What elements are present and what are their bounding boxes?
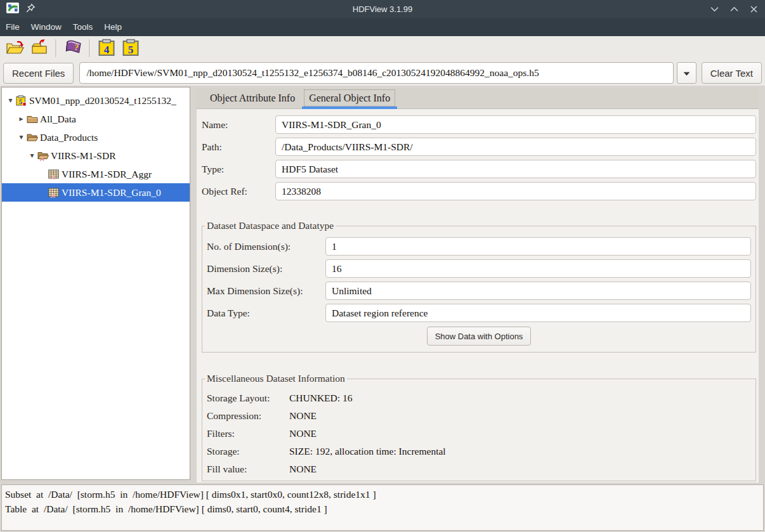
folder-attr-icon: A xyxy=(37,150,49,162)
path-field[interactable]: /Data_Products/VIIRS-M1-SDR/ xyxy=(275,138,756,156)
object-info-fields: Name:VIIRS-M1-SDR_Gran_0Path:/Data_Produ… xyxy=(202,115,756,200)
dimension-sizes-field[interactable]: 16 xyxy=(325,259,751,278)
misc-value: SIZE: 192, allocation time: Incremental xyxy=(289,446,446,457)
hdf4-library-button[interactable]: 4 xyxy=(96,37,117,59)
status-log: Subset at /Data/ [storm.h5 in /home/HDFV… xyxy=(1,484,764,531)
tab-bar: Object Attribute InfoGeneral Object Info xyxy=(197,88,759,109)
show-data-with-options-button[interactable]: Show Data with Options xyxy=(427,327,532,346)
hdfview-window: { "window": { "title": "HDFView 3.1.99",… xyxy=(0,0,765,532)
data-type-field-label: Data Type: xyxy=(207,308,325,319)
file-tree: ▾5SVM01_npp_d20130524_t1255132_▸All_Data… xyxy=(1,87,190,480)
svg-text:5: 5 xyxy=(19,97,23,105)
hdf5-library-button[interactable]: 5 xyxy=(120,37,141,59)
misc-label: Compression: xyxy=(207,410,289,422)
recent-files-button[interactable]: Recent Files xyxy=(3,63,74,84)
window-title: HDFView 3.1.99 xyxy=(0,4,765,14)
close-file-button[interactable] xyxy=(29,37,50,59)
expander-open-icon[interactable]: ▾ xyxy=(27,146,37,165)
svg-text:5: 5 xyxy=(128,43,134,55)
misc-rows: Storage Layout:CHUNKED: 16Compression:NO… xyxy=(207,389,751,478)
misc-label: Storage: xyxy=(207,446,289,457)
toolbar-separator xyxy=(89,39,91,57)
tree-item-label: VIIRS-M1-SDR_Gran_0 xyxy=(61,187,161,198)
recent-files-dropdown-button[interactable] xyxy=(677,62,696,84)
dataspace-legend: Dataset Dataspace and Datatype xyxy=(205,220,336,231)
path-field-row: Path:/Data_Products/VIIRS-M1-SDR/ xyxy=(202,138,756,156)
tree-item-all_data[interactable]: ▸All_Data xyxy=(2,110,190,128)
tree-item-viirs-m1-sdr[interactable]: ▾AVIIRS-M1-SDR xyxy=(2,146,190,165)
num-dimensions-field[interactable]: 1 xyxy=(325,237,751,256)
max-dimension-sizes-field[interactable]: Unlimited xyxy=(325,282,751,300)
misc-value: NONE xyxy=(289,428,317,439)
window-controls xyxy=(709,4,759,14)
dropdown-arrow-icon xyxy=(683,68,690,78)
tree-item-label: SVM01_npp_d20130524_t1255132_ xyxy=(29,95,176,107)
dimension-sizes-field-row: Dimension Size(s):16 xyxy=(207,259,751,278)
object-ref-field[interactable]: 12338208 xyxy=(275,182,756,200)
misc-row-storage: Storage:SIZE: 192, allocation time: Incr… xyxy=(207,443,751,460)
data-type-field-row: Data Type:Dataset region reference xyxy=(207,304,751,322)
hdf4-library-icon: 4 xyxy=(98,39,115,58)
menu-help[interactable]: Help xyxy=(98,19,128,35)
status-log-line: Subset at /Data/ [storm.h5 in /home/HDFV… xyxy=(5,487,760,502)
object-info-panel: Object Attribute InfoGeneral Object Info… xyxy=(197,88,759,483)
type-field-row: Type:HDF5 Dataset xyxy=(202,160,756,178)
hdf5-library-icon: 5 xyxy=(122,39,140,58)
folder-closed-icon xyxy=(26,114,38,125)
hdf5-file-icon: 5 xyxy=(15,95,27,107)
file-path-input[interactable]: /home/HDFView/SVM01_npp_d20130524_t12551… xyxy=(79,62,673,84)
pin-icon[interactable] xyxy=(26,3,36,15)
num-dimensions-field-row: No. of Dimension(s):1 xyxy=(207,237,751,256)
dataspace-datatype-group: Dataset Dataspace and Datatype No. of Di… xyxy=(202,220,756,353)
tab-object-attribute-info[interactable]: Object Attribute Info xyxy=(203,88,302,108)
open-file-icon xyxy=(6,39,25,58)
tab-general-object-info[interactable]: General Object Info xyxy=(302,88,397,108)
open-file-button[interactable] xyxy=(4,37,26,59)
tree-item-label: VIIRS-M1-SDR xyxy=(50,150,115,162)
misc-row-fill-value: Fill value:NONE xyxy=(207,460,751,478)
close-button[interactable] xyxy=(749,4,759,14)
title-bar: HDFView 3.1.99 xyxy=(0,0,765,18)
name-field[interactable]: VIIRS-M1-SDR_Gran_0 xyxy=(275,115,756,134)
svg-text:A: A xyxy=(51,173,55,179)
toolbar-separator xyxy=(55,39,57,57)
dataset-attr-icon: A xyxy=(48,169,60,180)
tree-item-data_products[interactable]: ▾Data_Products xyxy=(2,128,190,146)
menu-window[interactable]: Window xyxy=(25,19,67,35)
object-ref-field-row: Object Ref:12338208 xyxy=(202,182,756,200)
max-dimension-sizes-field-row: Max Dimension Size(s):Unlimited xyxy=(207,282,751,300)
misc-label: Storage Layout: xyxy=(207,393,289,404)
misc-value: NONE xyxy=(289,464,317,475)
help-book-button[interactable]: ? xyxy=(62,37,84,59)
name-field-row: Name:VIIRS-M1-SDR_Gran_0 xyxy=(202,115,756,134)
name-field-label: Name: xyxy=(202,119,275,131)
type-field-label: Type: xyxy=(202,164,275,175)
tree-item-viirs-m1-sdr_gran_0[interactable]: AVIIRS-M1-SDR_Gran_0 xyxy=(2,183,190,202)
svg-text:A: A xyxy=(51,191,55,197)
svg-text:A: A xyxy=(40,155,44,161)
path-field-label: Path: xyxy=(202,141,275,153)
misc-label: Filters: xyxy=(207,428,289,439)
menu-file[interactable]: File xyxy=(0,19,25,35)
expander-closed-icon[interactable]: ▸ xyxy=(16,110,26,128)
folder-open-icon xyxy=(26,132,38,143)
maximize-button[interactable] xyxy=(729,4,739,14)
menu-tools[interactable]: Tools xyxy=(67,19,99,35)
misc-row-compression: Compression:NONE xyxy=(207,407,751,425)
toolbar-strip: ?45 Recent Files /home/HDFView/SVM01_npp… xyxy=(0,36,765,86)
dataset-attr-icon: A xyxy=(48,187,60,198)
type-field[interactable]: HDF5 Dataset xyxy=(275,160,756,178)
tree-item-label: VIIRS-M1-SDR_Aggr xyxy=(61,169,152,180)
general-object-info-content: Name:VIIRS-M1-SDR_Gran_0Path:/Data_Produ… xyxy=(197,109,759,482)
dataspace-fields: No. of Dimension(s):1Dimension Size(s):1… xyxy=(207,237,751,322)
clear-text-button[interactable]: Clear Text xyxy=(702,62,762,84)
tree-item-viirs-m1-sdr_aggr[interactable]: AVIIRS-M1-SDR_Aggr xyxy=(2,165,190,183)
misc-legend: Miscellaneous Dataset Information xyxy=(205,373,347,384)
expander-open-icon[interactable]: ▾ xyxy=(16,128,26,146)
tree-item-svm01_npp_d20130524_t1255132_[interactable]: ▾5SVM01_npp_d20130524_t1255132_ xyxy=(2,91,190,110)
expander-open-icon[interactable]: ▾ xyxy=(6,91,15,110)
help-book-icon: ? xyxy=(63,39,82,58)
minimize-button[interactable] xyxy=(709,4,719,14)
misc-row-storage-layout: Storage Layout:CHUNKED: 16 xyxy=(207,389,751,407)
data-type-field[interactable]: Dataset region reference xyxy=(325,304,751,322)
